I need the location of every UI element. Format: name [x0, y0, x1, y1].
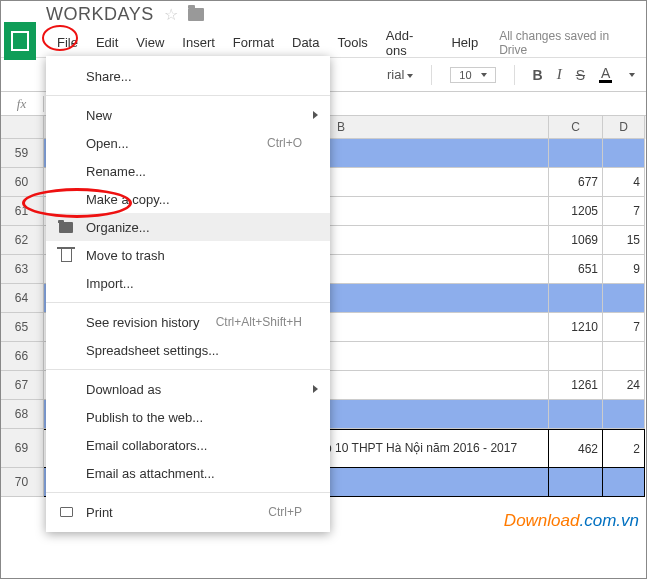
menu-item-spreadsheet-settings[interactable]: Spreadsheet settings... — [46, 336, 330, 364]
submenu-arrow-icon — [313, 111, 318, 119]
row-header[interactable]: 63 — [0, 255, 44, 284]
menu-view[interactable]: View — [127, 31, 173, 54]
row-header[interactable]: 61 — [0, 197, 44, 226]
menu-item-download-as[interactable]: Download as — [46, 375, 330, 403]
menu-help[interactable]: Help — [442, 31, 487, 54]
menu-format[interactable]: Format — [224, 31, 283, 54]
select-all-corner[interactable] — [0, 116, 44, 139]
cell[interactable]: 462 — [549, 429, 603, 468]
submenu-arrow-icon — [313, 385, 318, 393]
row-header[interactable]: 70 — [0, 468, 44, 497]
menu-file[interactable]: File — [48, 31, 87, 54]
star-icon[interactable]: ☆ — [164, 5, 178, 24]
cell[interactable] — [549, 284, 603, 313]
cell[interactable]: 7 — [603, 197, 645, 226]
cell[interactable] — [603, 400, 645, 429]
menu-item-share[interactable]: Share... — [46, 62, 330, 90]
menu-item-rename[interactable]: Rename... — [46, 157, 330, 185]
doc-title[interactable]: WORKDAYS — [46, 4, 154, 25]
menu-item-open[interactable]: Open...Ctrl+O — [46, 129, 330, 157]
menu-item-new[interactable]: New — [46, 101, 330, 129]
cell[interactable] — [549, 139, 603, 168]
menu-item-organize[interactable]: Organize... — [46, 213, 330, 241]
cell[interactable] — [603, 139, 645, 168]
cell[interactable] — [603, 284, 645, 313]
cell[interactable]: 1210 — [549, 313, 603, 342]
italic-button[interactable]: I — [557, 66, 562, 83]
folder-icon[interactable] — [188, 8, 204, 21]
menu-item-trash[interactable]: Move to trash — [46, 241, 330, 269]
menu-tools[interactable]: Tools — [328, 31, 376, 54]
file-menu-dropdown: Share... New Open...Ctrl+O Rename... Mak… — [46, 56, 330, 532]
cell[interactable]: 1261 — [549, 371, 603, 400]
cell[interactable]: 9 — [603, 255, 645, 284]
cell[interactable]: 4 — [603, 168, 645, 197]
row-header[interactable]: 62 — [0, 226, 44, 255]
cell[interactable]: 15 — [603, 226, 645, 255]
menu-item-make-copy[interactable]: Make a copy... — [46, 185, 330, 213]
print-icon — [58, 504, 74, 520]
folder-icon — [58, 219, 74, 235]
text-color-button[interactable]: A — [599, 66, 612, 83]
cell[interactable] — [549, 342, 603, 371]
row-header[interactable]: 67 — [0, 371, 44, 400]
menu-item-email-collaborators[interactable]: Email collaborators... — [46, 431, 330, 459]
watermark: Download.com.vn — [504, 511, 639, 531]
font-size-selector[interactable]: 10 — [450, 67, 495, 83]
cell[interactable] — [549, 400, 603, 429]
save-status: All changes saved in Drive — [487, 25, 647, 61]
row-header[interactable]: 69 — [0, 429, 44, 468]
cell[interactable] — [549, 468, 603, 497]
menu-item-email-attachment[interactable]: Email as attachment... — [46, 459, 330, 487]
row-header[interactable]: 64 — [0, 284, 44, 313]
cell[interactable]: 677 — [549, 168, 603, 197]
menu-edit[interactable]: Edit — [87, 31, 127, 54]
cell[interactable] — [603, 342, 645, 371]
font-name-fragment[interactable]: rial — [387, 67, 413, 82]
fx-label: fx — [0, 96, 44, 112]
menu-item-publish[interactable]: Publish to the web... — [46, 403, 330, 431]
cell[interactable]: 1069 — [549, 226, 603, 255]
menu-bar: File Edit View Insert Format Data Tools … — [0, 28, 647, 57]
cell[interactable]: 7 — [603, 313, 645, 342]
row-header[interactable]: 66 — [0, 342, 44, 371]
row-header[interactable]: 65 — [0, 313, 44, 342]
strikethrough-button[interactable]: S — [576, 67, 585, 83]
bold-button[interactable]: B — [533, 67, 543, 83]
trash-icon — [58, 247, 74, 263]
row-header[interactable]: 60 — [0, 168, 44, 197]
menu-insert[interactable]: Insert — [173, 31, 224, 54]
row-header[interactable]: 59 — [0, 139, 44, 168]
col-header-c[interactable]: C — [549, 116, 603, 139]
cell[interactable]: 2 — [603, 429, 645, 468]
sheets-logo[interactable] — [4, 22, 36, 60]
menu-item-revision-history[interactable]: See revision historyCtrl+Alt+Shift+H — [46, 308, 330, 336]
col-header-d[interactable]: D — [603, 116, 645, 139]
row-header[interactable]: 68 — [0, 400, 44, 429]
menu-data[interactable]: Data — [283, 31, 328, 54]
cell[interactable]: 1205 — [549, 197, 603, 226]
cell[interactable]: 651 — [549, 255, 603, 284]
menu-item-import[interactable]: Import... — [46, 269, 330, 297]
menu-item-print[interactable]: PrintCtrl+P — [46, 498, 330, 526]
menu-addons[interactable]: Add-ons — [377, 24, 443, 62]
cell[interactable] — [603, 468, 645, 497]
cell[interactable]: 24 — [603, 371, 645, 400]
